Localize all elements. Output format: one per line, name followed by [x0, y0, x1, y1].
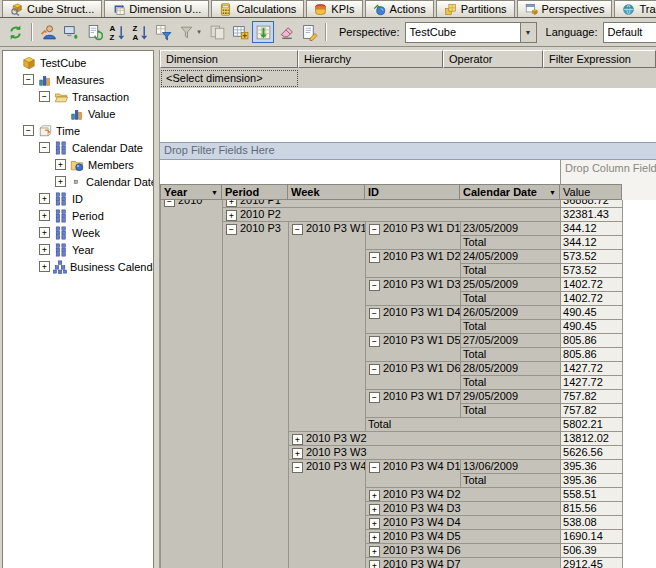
chevron-down-icon[interactable]: ▼	[520, 23, 536, 42]
clear-results-button[interactable]	[275, 21, 297, 43]
filter-column-header-hierarchy[interactable]: Hierarchy	[298, 50, 443, 68]
expand-toggle[interactable]: −	[292, 224, 303, 235]
tree-item-measures[interactable]: −Measures	[3, 71, 153, 88]
member-cell[interactable]: 28/05/2009	[461, 362, 561, 376]
member-cell[interactable]: 27/05/2009	[461, 334, 561, 348]
member-cell[interactable]: −2010 P3 W1 D4	[366, 306, 461, 334]
tab-perspectives[interactable]: Perspectives	[517, 0, 613, 17]
tab-dimension-u[interactable]: Dimension U...	[104, 0, 209, 17]
member-cell[interactable]: +2010 P2	[223, 208, 561, 222]
member-cell[interactable]: −2010 P3 W1 D2	[366, 250, 461, 278]
expand-toggle[interactable]: −	[369, 364, 380, 375]
drop-filter-fields-zone[interactable]: Drop Filter Fields Here	[160, 142, 656, 160]
tab-partitions[interactable]: Partitions	[436, 0, 515, 17]
expand-toggle[interactable]: +	[369, 560, 380, 568]
member-cell[interactable]: +2010 P3 W4 D2	[366, 488, 561, 502]
properties-button[interactable]	[298, 21, 320, 43]
tab-actions[interactable]: Actions	[365, 0, 434, 17]
member-cell[interactable]: −2010 P3 W1 D1	[366, 222, 461, 250]
column-header-week[interactable]: Week	[288, 184, 365, 200]
member-cell[interactable]: −2010 P3 W1	[289, 222, 366, 432]
tree-toggle[interactable]: +	[39, 210, 50, 221]
total-label-cell[interactable]: Total	[461, 320, 561, 334]
sort-za-button[interactable]: ZA	[129, 21, 151, 43]
tree-toggle[interactable]: −	[23, 125, 34, 136]
filter-column-header-filter-expression[interactable]: Filter Expression	[543, 50, 656, 68]
tree-toggle[interactable]: +	[39, 261, 50, 272]
tab-kpis[interactable]: KPIs	[306, 0, 362, 17]
tree-toggle[interactable]: +	[55, 176, 66, 187]
member-cell[interactable]: 26/05/2009	[461, 306, 561, 320]
expand-toggle[interactable]: −	[226, 224, 237, 235]
expand-toggle[interactable]: +	[369, 518, 380, 529]
filter-dropdown-icon[interactable]: ▼	[209, 189, 218, 196]
expand-toggle[interactable]: +	[369, 532, 380, 543]
connect-button[interactable]	[60, 21, 82, 43]
member-cell[interactable]: +2010 P1	[223, 200, 561, 208]
column-header-value[interactable]: Value	[560, 184, 622, 200]
language-select[interactable]: Default	[603, 22, 656, 43]
total-label-cell[interactable]: Total	[461, 264, 561, 278]
tree-toggle[interactable]: −	[23, 74, 34, 85]
member-cell[interactable]: +2010 P3 W4 D3	[366, 502, 561, 516]
member-cell[interactable]: 23/05/2009	[461, 222, 561, 236]
member-cell[interactable]: 25/05/2009	[461, 278, 561, 292]
expand-toggle[interactable]: +	[369, 546, 380, 557]
member-cell[interactable]: +2010 P3 W2	[289, 432, 561, 446]
grant-user-button[interactable]	[37, 21, 59, 43]
tree-toggle[interactable]: +	[39, 227, 50, 238]
drop-column-fields-zone[interactable]: Drop Column Fields	[560, 160, 656, 184]
select-dimension-cell[interactable]: <Select dimension>	[161, 70, 298, 87]
tree-item-calendar-date[interactable]: −Calendar Date	[3, 139, 153, 156]
tree-item-value[interactable]: Value	[3, 105, 153, 122]
expand-toggle[interactable]: −	[369, 308, 380, 319]
member-cell[interactable]: +2010 P3 W4 D5	[366, 530, 561, 544]
column-header-calendar-date[interactable]: Calendar Date▼	[460, 184, 560, 200]
total-label-cell[interactable]: Total	[461, 236, 561, 250]
tree-item-id[interactable]: +ID	[3, 190, 153, 207]
tree-toggle[interactable]: +	[39, 244, 50, 255]
expand-toggle[interactable]: −	[369, 336, 380, 347]
expand-toggle[interactable]: +	[226, 200, 237, 207]
member-cell[interactable]: −2010 P3 W1 D5	[366, 334, 461, 362]
total-label-cell[interactable]: Total	[461, 404, 561, 418]
show-empty-cells-button[interactable]	[229, 21, 251, 43]
member-cell[interactable]: +2010 P3 W3	[289, 446, 561, 460]
expand-toggle[interactable]: +	[292, 448, 303, 459]
filter-column-header-operator[interactable]: Operator	[443, 50, 543, 68]
tab-transl[interactable]: Transl	[614, 0, 656, 17]
filter-dropdown-icon[interactable]: ▼	[547, 189, 556, 196]
tree-toggle[interactable]: −	[39, 91, 50, 102]
member-cell[interactable]: 24/05/2009	[461, 250, 561, 264]
member-cell[interactable]: 29/05/2009	[461, 390, 561, 404]
member-cell[interactable]: +2010 P3 W4 D4	[366, 516, 561, 530]
perspective-select[interactable]: TestCube ▼	[405, 22, 537, 43]
copy-disabled-button[interactable]	[206, 21, 228, 43]
expand-toggle[interactable]: +	[369, 504, 380, 515]
expand-toggle[interactable]: −	[292, 462, 303, 473]
expand-toggle[interactable]: −	[369, 392, 380, 403]
filter-menu-button[interactable]: ▾	[175, 21, 205, 43]
tree-item-transaction[interactable]: −Transaction	[3, 88, 153, 105]
sort-az-button[interactable]: AZ	[106, 21, 128, 43]
member-cell[interactable]: +2010 P3 W4 D6	[366, 544, 561, 558]
tree-toggle[interactable]: −	[39, 142, 50, 153]
process-button[interactable]	[83, 21, 105, 43]
filter-column-header-dimension[interactable]: Dimension	[160, 50, 298, 68]
tree-toggle[interactable]: +	[39, 193, 50, 204]
reconnect-button[interactable]	[4, 21, 26, 43]
column-header-period[interactable]: Period	[222, 184, 288, 200]
total-label-cell[interactable]: Total	[366, 418, 561, 432]
tree-item-members[interactable]: +Members	[3, 156, 153, 173]
total-label-cell[interactable]: Total	[461, 348, 561, 362]
member-cell[interactable]: −2010 P3	[223, 222, 289, 568]
tree-item-business-calendar[interactable]: +Business Calendar	[3, 258, 153, 275]
drilldown-button[interactable]	[252, 21, 274, 43]
tab-cube-struct[interactable]: Cube Struct...	[2, 0, 102, 17]
expand-toggle[interactable]: +	[226, 210, 237, 221]
tree-item-time[interactable]: −Time	[3, 122, 153, 139]
tree-item-period[interactable]: +Period	[3, 207, 153, 224]
total-label-cell[interactable]: Total	[461, 292, 561, 306]
member-cell[interactable]: −2010 P3 W1 D7	[366, 390, 461, 418]
expand-toggle[interactable]: +	[292, 434, 303, 445]
